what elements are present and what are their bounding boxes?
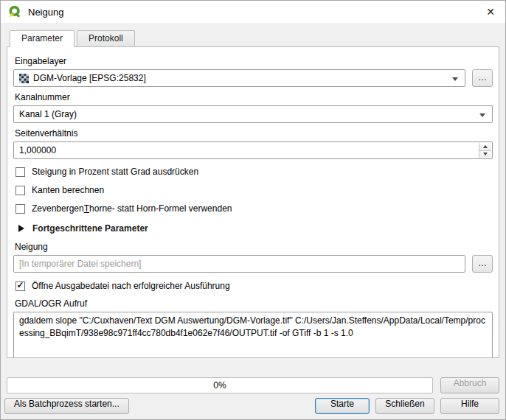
chevron-down-icon bbox=[479, 113, 485, 117]
expander-arrow-icon bbox=[18, 225, 24, 232]
title-bar: Neigung ✕ bbox=[1, 1, 505, 23]
output-label: Neigung bbox=[15, 242, 493, 252]
checkbox-percent[interactable] bbox=[15, 167, 25, 177]
checkbox-percent-label: Steigung in Prozent statt Grad ausdrücke… bbox=[32, 167, 198, 177]
run-button[interactable]: Starte bbox=[315, 398, 370, 414]
batch-process-button[interactable]: Als Batchprozess starten... bbox=[4, 398, 129, 414]
spacer bbox=[135, 398, 309, 414]
close-button[interactable]: Schließen bbox=[375, 398, 434, 414]
spin-up-icon[interactable] bbox=[479, 143, 491, 150]
advanced-parameters-label: Fortgeschrittene Parameter bbox=[32, 223, 148, 234]
output-path-input[interactable] bbox=[13, 255, 465, 273]
close-icon[interactable]: ✕ bbox=[476, 1, 505, 23]
checkbox-zevenbergen[interactable] bbox=[15, 204, 25, 214]
input-layer-combobox[interactable]: DGM-Vorlage [EPSG:25832] bbox=[13, 69, 465, 87]
ratio-value: 1,000000 bbox=[19, 145, 56, 155]
tab-protokoll[interactable]: Protokoll bbox=[77, 30, 135, 46]
button-row: Als Batchprozess starten... Starte Schli… bbox=[4, 398, 499, 414]
checkmark-icon: ✓ bbox=[16, 281, 24, 289]
input-layer-value: DGM-Vorlage [EPSG:25832] bbox=[33, 73, 146, 83]
checkbox-zevenbergen-label: ZevenbergenThorne- statt Horn-Formel ver… bbox=[32, 203, 232, 214]
tab-parameter[interactable]: Parameter bbox=[10, 30, 74, 47]
tab-strip: Parameter Protokoll bbox=[1, 30, 505, 46]
gdal-command-textarea[interactable]: gdaldem slope "C:/Cuxhaven/Text DGM Ausw… bbox=[13, 312, 493, 358]
spin-down-icon[interactable] bbox=[479, 150, 491, 158]
spin-buttons bbox=[479, 143, 491, 158]
output-browse-button[interactable]: … bbox=[472, 255, 493, 273]
ratio-label: Seitenverhältnis bbox=[15, 128, 493, 139]
checkbox-row-percent[interactable]: Steigung in Prozent statt Grad ausdrücke… bbox=[15, 166, 493, 178]
chevron-down-icon bbox=[452, 77, 458, 81]
checkbox-row-edges[interactable]: Kanten berechnen bbox=[15, 184, 493, 196]
band-label: Kanalnummer bbox=[15, 92, 493, 102]
dialog-window: Neigung ✕ Parameter Protokoll Eingabelay… bbox=[0, 0, 506, 420]
advanced-parameters-expander[interactable]: Fortgeschrittene Parameter bbox=[18, 223, 493, 234]
checkbox-edges[interactable] bbox=[15, 186, 25, 195]
checkbox-row-zevenbergen[interactable]: ZevenbergenThorne- statt Horn-Formel ver… bbox=[15, 203, 493, 214]
help-button[interactable]: Hilfe bbox=[440, 398, 499, 414]
window-title: Neigung bbox=[28, 7, 476, 18]
input-layer-label: Eingabelayer bbox=[15, 56, 493, 66]
band-value: Kanal 1 (Gray) bbox=[19, 109, 77, 119]
checkbox-open-output-label: Öffne Ausgabedatei nach erfolgreicher Au… bbox=[32, 281, 230, 291]
band-combobox[interactable]: Kanal 1 (Gray) bbox=[13, 105, 493, 123]
checkbox-open-output[interactable]: ✓ bbox=[15, 281, 25, 291]
raster-layer-icon bbox=[19, 74, 29, 83]
input-layer-browse-button[interactable]: … bbox=[472, 69, 493, 87]
progress-row: 0% Abbruch bbox=[7, 377, 499, 393]
cancel-button[interactable]: Abbruch bbox=[440, 377, 499, 393]
parameter-page: Eingabelayer DGM-Vorlage [EPSG:25832] … … bbox=[7, 46, 499, 358]
checkbox-edges-label: Kanten berechnen bbox=[32, 185, 104, 195]
progress-bar: 0% bbox=[7, 377, 433, 393]
ratio-spinbox[interactable]: 1,000000 bbox=[13, 141, 493, 159]
qgis-logo-icon bbox=[8, 5, 21, 18]
gdal-call-label: GDAL/OGR Aufruf bbox=[15, 298, 493, 309]
checkbox-row-open-output[interactable]: ✓ Öffne Ausgabedatei nach erfolgreicher … bbox=[15, 280, 493, 292]
